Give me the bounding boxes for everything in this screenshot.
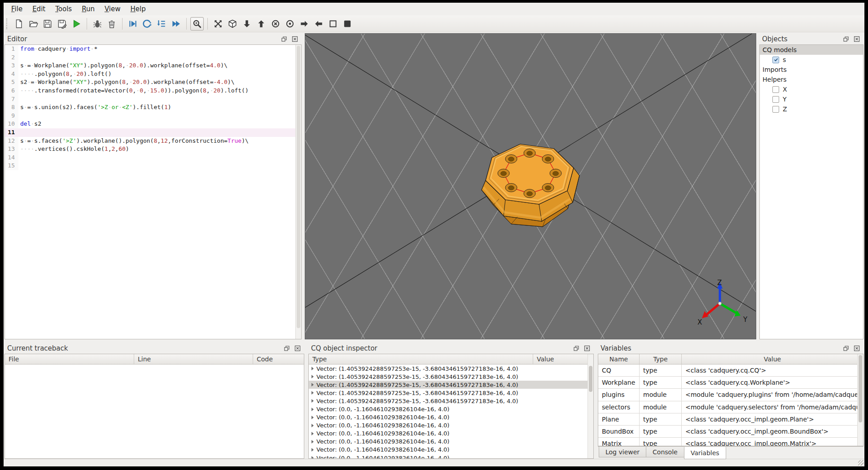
code-line[interactable]: 13····.vertices().cskHole(1,2,60) — [5, 145, 301, 154]
inspector-row[interactable]: Vector: (1.4053924288597253e-15, -3.6804… — [309, 389, 593, 397]
menu-tools[interactable]: Tools — [50, 3, 77, 15]
close-panel-icon[interactable] — [294, 345, 302, 352]
new-file-button[interactable] — [12, 17, 26, 31]
fit-view-button[interactable] — [211, 17, 225, 31]
column-header[interactable]: File — [5, 354, 134, 364]
visibility-checkbox[interactable] — [772, 86, 779, 93]
splitter-handle[interactable] — [594, 343, 598, 459]
expand-triangle-icon[interactable] — [311, 408, 314, 411]
float-panel-icon[interactable] — [280, 35, 288, 43]
expand-triangle-icon[interactable] — [311, 391, 314, 395]
step-button[interactable] — [126, 17, 140, 31]
close-panel-icon[interactable] — [853, 345, 861, 352]
visibility-checkbox[interactable] — [772, 96, 779, 103]
inspector-row[interactable]: Vector: (1.4053924288597253e-15, -3.6804… — [309, 373, 593, 381]
shaded-button[interactable] — [341, 17, 354, 31]
editor-scrollbar[interactable] — [295, 45, 301, 339]
tree-item-cq-models[interactable]: CQ models — [760, 45, 863, 55]
inspector-scrollbar[interactable] — [587, 354, 593, 458]
float-panel-icon[interactable] — [572, 345, 580, 352]
code-editor[interactable]: 1from·cadquery·import·*23s·=·Workplane("… — [4, 44, 302, 339]
tab-variables[interactable]: Variables — [684, 447, 726, 459]
column-header[interactable]: Value — [682, 354, 863, 364]
float-panel-icon[interactable] — [283, 345, 291, 352]
inspector-row[interactable]: Vector: (0.0, -1.1604610293826104e-16, 4… — [309, 405, 593, 413]
variable-row[interactable]: BoundBoxtype<class 'cadquery.occ_impl.ge… — [598, 426, 863, 438]
iso-view-button[interactable] — [226, 17, 239, 31]
render-button[interactable] — [70, 17, 83, 31]
code-line[interactable]: 6····.transformed(rotate=Vector(0,·0,·15… — [5, 87, 301, 95]
close-panel-icon[interactable] — [291, 35, 299, 43]
tree-item-helpers[interactable]: Helpers — [760, 75, 863, 84]
step-in-button[interactable] — [140, 17, 154, 31]
tab-log-viewer[interactable]: Log viewer — [599, 447, 646, 457]
splitter-handle[interactable] — [302, 33, 305, 339]
tree-item-imports[interactable]: Imports — [760, 65, 863, 75]
inspector-row[interactable]: Vector: (0.0, -1.1604610293826104e-16, 4… — [309, 454, 593, 459]
variable-row[interactable]: CQtype<class 'cadquery.cq.CQ'> — [598, 365, 863, 377]
variable-row[interactable]: pluginsmodule<module 'cadquery.plugins' … — [598, 389, 863, 401]
variable-row[interactable]: Matrixtype<class 'cadquery.occ_impl.geom… — [598, 438, 863, 446]
column-header[interactable]: Type — [309, 354, 533, 364]
toggle-zoom-button[interactable] — [190, 17, 204, 31]
expand-triangle-icon[interactable] — [311, 448, 314, 452]
view-left-button[interactable] — [312, 17, 325, 31]
inspector-row[interactable]: Vector: (1.4053924288597253e-15, -3.6804… — [309, 365, 593, 373]
3d-viewport[interactable]: Z X Y — [305, 33, 756, 339]
tree-item-s[interactable]: s — [760, 55, 863, 65]
column-header[interactable]: Line — [134, 354, 253, 364]
menu-view[interactable]: View — [100, 3, 126, 15]
expand-triangle-icon[interactable] — [311, 375, 314, 378]
toolbar-drag-handle[interactable] — [6, 18, 9, 29]
tree-item-y[interactable]: Y — [760, 94, 863, 104]
splitter-handle[interactable] — [4, 339, 864, 343]
variables-scrollbar[interactable] — [857, 354, 863, 446]
code-line[interactable]: 11 — [5, 128, 301, 137]
code-line[interactable]: 5s2·=·Workplane("XY").polygon(8,·20.0).w… — [5, 78, 301, 87]
tree-item-x[interactable]: X — [760, 84, 863, 94]
cad-model[interactable] — [474, 132, 587, 238]
inspector-row[interactable]: Vector: (0.0, -1.1604610293826104e-16, 4… — [309, 446, 593, 454]
column-header[interactable]: Code — [253, 354, 304, 364]
variable-row[interactable]: Workplanetype<class 'cadquery.cq.Workpla… — [598, 377, 863, 389]
code-line[interactable]: 12s·=·s.faces('>Z').workplane().polygon(… — [5, 137, 301, 145]
code-line[interactable]: 7 — [5, 95, 301, 104]
view-right-button[interactable] — [298, 17, 311, 31]
view-front-button[interactable] — [269, 17, 282, 31]
debug-button[interactable] — [91, 17, 104, 31]
view-back-button[interactable] — [283, 17, 297, 31]
visibility-checkbox[interactable] — [772, 106, 779, 113]
expand-triangle-icon[interactable] — [311, 367, 314, 370]
expand-triangle-icon[interactable] — [311, 424, 314, 427]
inspector-row[interactable]: Vector: (1.4053924288597253e-15, -3.6804… — [309, 381, 593, 389]
step-next-button[interactable] — [155, 17, 168, 31]
column-header[interactable]: Value — [533, 354, 593, 364]
save-as-button[interactable] — [55, 17, 69, 31]
code-line[interactable]: 2 — [5, 53, 301, 62]
expand-triangle-icon[interactable] — [311, 383, 314, 387]
float-panel-icon[interactable] — [842, 345, 850, 352]
splitter-handle[interactable] — [756, 33, 759, 339]
expand-triangle-icon[interactable] — [311, 399, 314, 403]
inspector-row[interactable]: Vector: (0.0, -1.1604610293826104e-16, 4… — [309, 438, 593, 446]
inspector-row[interactable]: Vector: (1.4053924288597253e-15, -3.6804… — [309, 397, 593, 405]
visibility-checkbox[interactable] — [772, 57, 779, 63]
variable-row[interactable]: Planetype<class 'cadquery.occ_impl.geom.… — [598, 413, 863, 426]
tab-console[interactable]: Console — [646, 447, 684, 457]
code-line[interactable]: 9 — [5, 112, 301, 120]
code-line[interactable]: 4····.polygon(8,·20).loft() — [5, 70, 301, 79]
inspector-row[interactable]: Vector: (0.0, -1.1604610293826104e-16, 4… — [309, 413, 593, 422]
code-line[interactable]: 8s·=·s.union(s2).faces('>Z·or·<Z').fille… — [5, 103, 301, 112]
menu-edit[interactable]: Edit — [27, 3, 50, 15]
splitter-handle[interactable] — [304, 343, 308, 459]
tree-item-z[interactable]: Z — [760, 104, 863, 114]
code-line[interactable]: 1from·cadquery·import·* — [5, 45, 301, 53]
menu-help[interactable]: Help — [126, 3, 151, 15]
expand-triangle-icon[interactable] — [311, 432, 314, 435]
expand-triangle-icon[interactable] — [311, 416, 314, 419]
resize-grip[interactable] — [858, 460, 864, 466]
save-button[interactable] — [41, 17, 54, 31]
code-line[interactable]: 3s·=·Workplane("XY").polygon(8,·20.0).wo… — [5, 61, 301, 70]
float-panel-icon[interactable] — [842, 35, 850, 43]
view-top-button[interactable] — [254, 17, 268, 31]
